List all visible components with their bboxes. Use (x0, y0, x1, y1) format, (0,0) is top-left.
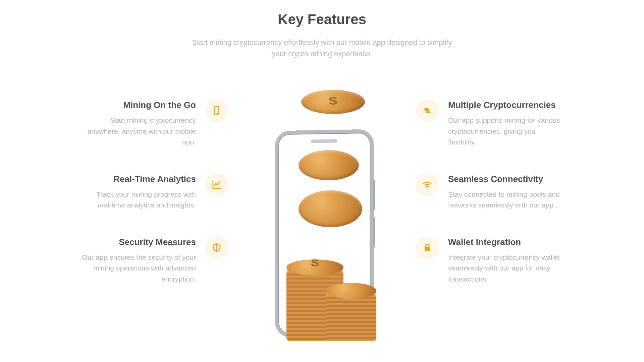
svg-point-1 (216, 113, 217, 114)
shield-icon (205, 236, 228, 259)
feature-seamless-connectivity: Seamless Connectivity Stay connected to … (416, 174, 564, 211)
dollar-sign: $ (329, 95, 337, 108)
feature-desc: Track your mining progress with real-tim… (80, 189, 196, 211)
center-illustration: $ $ (258, 90, 386, 345)
chart-line-icon (205, 173, 228, 196)
feature-multiple-cryptocurrencies: Multiple Cryptocurrencies Our app suppor… (416, 100, 564, 148)
coin-stack-illustration (326, 291, 376, 341)
svg-rect-6 (425, 247, 430, 251)
feature-desc: Start mining cryptocurrency anywhere, an… (80, 115, 196, 148)
feature-desc: Integrate your cryptocurrency wallet sea… (448, 252, 564, 285)
feature-desc: Our app supports mining for various cryp… (448, 115, 564, 148)
section-subtitle: Start mining cryptocurrency effortlessly… (191, 37, 453, 60)
coins-icon (416, 99, 439, 122)
section-title: Key Features (0, 11, 644, 27)
svg-point-3 (425, 110, 430, 112)
feature-security-measures: Security Measures Our app ensures the se… (80, 237, 228, 285)
feature-title: Security Measures (80, 237, 196, 247)
feature-wallet-integration: Wallet Integration Integrate your crypto… (416, 237, 564, 285)
svg-point-4 (426, 111, 431, 113)
feature-title: Seamless Connectivity (448, 174, 564, 184)
features-left-column: Mining On the Go Start mining cryptocurr… (80, 90, 228, 285)
feature-desc: Our app ensures the security of your min… (80, 252, 196, 285)
features-columns: Mining On the Go Start mining cryptocurr… (0, 90, 644, 345)
dollar-sign: $ (311, 257, 319, 268)
feature-title: Mining On the Go (80, 100, 196, 110)
coin-illustration (299, 150, 359, 180)
coin-illustration: $ (301, 90, 365, 114)
coin-illustration (299, 190, 362, 227)
svg-point-2 (424, 108, 429, 110)
feature-desc: Stay connected to mining pools and netwo… (448, 189, 564, 211)
svg-point-5 (427, 187, 428, 188)
features-section: Key Features Start mining cryptocurrency… (0, 0, 644, 345)
feature-real-time-analytics: Real-Time Analytics Track your mining pr… (80, 174, 228, 211)
features-right-column: Multiple Cryptocurrencies Our app suppor… (416, 90, 564, 285)
feature-title: Multiple Cryptocurrencies (448, 100, 564, 110)
wifi-icon (416, 173, 439, 196)
feature-title: Real-Time Analytics (80, 174, 196, 184)
feature-title: Wallet Integration (448, 237, 564, 247)
lock-icon (416, 236, 439, 259)
mobile-icon (205, 99, 228, 122)
feature-mining-on-the-go: Mining On the Go Start mining cryptocurr… (80, 100, 228, 148)
